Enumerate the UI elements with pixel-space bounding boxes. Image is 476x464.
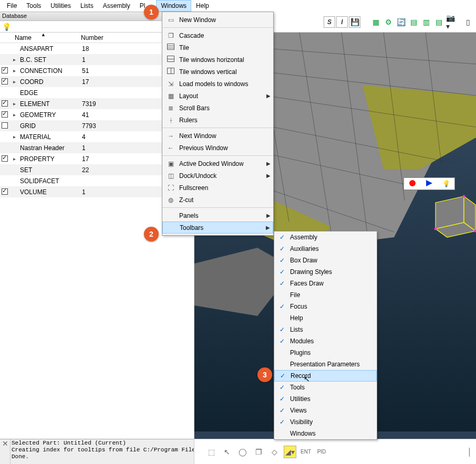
highlight-icon[interactable]: ◢▾ (284, 446, 296, 458)
menu-item-label: Fullscreen (177, 184, 264, 192)
tool-close-icon[interactable]: ▯ (462, 16, 474, 28)
row-name: MATERIAL (19, 133, 80, 141)
menu-item-dock-undock[interactable]: ◫Dock/Undock▶ (162, 170, 273, 182)
expand-icon[interactable]: ▸ (9, 68, 19, 73)
col-name[interactable]: Name▲ (0, 34, 79, 41)
menu-item-new-window[interactable]: ▭New Window (162, 14, 273, 26)
checkbox[interactable] (2, 122, 8, 129)
toolbar-item-label: File (290, 291, 377, 299)
toolbar-item-tools[interactable]: ✓Tools (274, 382, 377, 393)
select-icon[interactable]: ⬚ (205, 446, 218, 458)
load-icon: ⇲ (164, 80, 177, 88)
menu-item-z-cut[interactable]: ◍Z-cut (162, 194, 273, 206)
tool-i-icon[interactable]: I (336, 16, 348, 28)
tile-icon (164, 44, 177, 51)
toolbar-item-utilities[interactable]: ✓Utilities (274, 393, 377, 405)
check-icon: ✓ (274, 395, 290, 403)
expand-icon[interactable]: ▸ (9, 156, 19, 162)
toolbar-item-help[interactable]: Help (274, 312, 377, 324)
mouse-cursor-icon: ↖ (304, 375, 310, 383)
toolbar-item-label: Focus (290, 303, 377, 310)
toolbar-item-label: Windows (290, 430, 377, 437)
menu-item-tile-windows-horizontal[interactable]: Tile windows horizontal (162, 54, 273, 66)
tool-gear-icon[interactable]: ⚙ (382, 16, 394, 28)
tool-grid-icon[interactable]: ▦ (370, 16, 381, 28)
col-number[interactable]: Number (79, 34, 104, 41)
toolbar-item-drawing-styles[interactable]: ✓Drawing Styles (274, 266, 377, 278)
toolbar-item-faces-draw[interactable]: ✓Faces Draw (274, 278, 377, 289)
menu-item-active-docked-window[interactable]: ▣Active Docked Window▶ (162, 157, 273, 170)
lasso-icon[interactable]: ◯ (236, 446, 249, 458)
menu-help[interactable]: Help (191, 0, 214, 12)
orientation-cube[interactable] (426, 186, 476, 244)
toolbar-item-windows[interactable]: Windows (274, 428, 377, 439)
checkbox[interactable] (2, 78, 8, 85)
bulb-icon[interactable]: 💡 (2, 23, 11, 31)
row-name: COORD (19, 78, 80, 86)
record-icon[interactable] (404, 180, 421, 188)
expand-icon[interactable]: ▸ (9, 101, 19, 107)
expand-icon[interactable]: ▸ (9, 134, 19, 140)
menu-item-load-models-to-windows[interactable]: ⇲Load models to windows (162, 78, 273, 90)
menu-windows[interactable]: Windows (156, 0, 191, 12)
menu-utilities[interactable]: Utilities (46, 0, 76, 12)
expand-icon[interactable]: ▸ (9, 112, 19, 118)
tool-s-icon[interactable]: S (324, 16, 335, 28)
row-name: EDGE (19, 89, 80, 97)
menu-item-layout[interactable]: ▦Layout▶ (162, 90, 273, 102)
menu-item-tile[interactable]: Tile (162, 41, 273, 54)
menu-item-previous-window[interactable]: ←Previous Window (162, 142, 273, 154)
menubar: File Tools Utilities Lists Assembly Pl… … (0, 0, 476, 12)
menu-item-fullscreen[interactable]: ⛶Fullscreen (162, 182, 273, 194)
menu-tools[interactable]: Tools (22, 0, 46, 12)
row-number: 41 (80, 111, 89, 119)
pid-toggle[interactable]: PID (315, 446, 328, 458)
menu-assembly[interactable]: Assembly (98, 0, 135, 12)
expand-icon[interactable]: ▸ (9, 57, 19, 62)
toolbar-item-views[interactable]: ✓Views (274, 405, 377, 416)
checkbox[interactable] (2, 155, 8, 162)
toolbar-item-assembly[interactable]: ✓Assembly (274, 231, 377, 243)
menu-item-rulers[interactable]: ⟊Rulers (162, 114, 273, 126)
tool-doc2-icon[interactable]: ▥ (420, 16, 432, 28)
ent-toggle[interactable]: ENT (299, 446, 312, 458)
menu-file[interactable]: File (2, 0, 22, 12)
ruler-icon: ⟊ (164, 117, 177, 124)
tool-refresh-icon[interactable]: 🔄 (395, 16, 407, 28)
menu-item-label: Scroll Bars (177, 104, 264, 112)
checkbox[interactable] (2, 111, 8, 118)
check-icon: ✓ (274, 384, 290, 391)
tool-doc1-icon[interactable]: ▤ (408, 16, 419, 28)
tool-save-icon[interactable]: 💾 (349, 16, 360, 28)
toolbar-item-box-draw[interactable]: ✓Box Draw (274, 255, 377, 266)
toolbar-item-presentation-parameters[interactable]: Presentation Parameters (274, 358, 377, 370)
toolbar-item-record[interactable]: ✓Record (274, 370, 377, 382)
toolbar-item-visibility[interactable]: ✓Visibility (274, 416, 377, 428)
menu-item-tile-windows-vertical[interactable]: Tile windows vertical (162, 66, 273, 78)
toolbar-item-auxiliaries[interactable]: ✓Auxiliaries (274, 243, 377, 255)
tool-doc3-icon[interactable]: ▤ (433, 16, 444, 28)
menu-lists[interactable]: Lists (76, 0, 98, 12)
copy-icon[interactable]: ❐ (252, 446, 265, 458)
toolbar-item-modules[interactable]: ✓Modules (274, 335, 377, 347)
menu-item-panels[interactable]: Panels▶ (162, 209, 273, 222)
menu-item-toolbars[interactable]: Toolbars▶ (162, 222, 273, 234)
menu-item-scroll-bars[interactable]: ≣Scroll Bars (162, 102, 273, 114)
checkbox[interactable] (2, 67, 8, 73)
checkbox[interactable] (2, 100, 8, 107)
cursor-icon[interactable]: ↖ (221, 446, 233, 458)
menu-item-cascade[interactable]: ❐Cascade (162, 29, 273, 41)
toolbar-item-focus[interactable]: ✓Focus (274, 301, 377, 312)
tag-icon[interactable]: ◇ (268, 446, 281, 458)
tool-cam-icon[interactable]: 📷▾ (446, 16, 457, 28)
expand-icon[interactable]: ▸ (9, 79, 19, 85)
checkbox[interactable] (2, 188, 8, 195)
log-close-icon[interactable]: ✕ (0, 439, 11, 464)
toolbars-submenu: ✓Assembly✓Auxiliaries✓Box Draw✓Drawing S… (274, 231, 377, 440)
toolbar-item-file[interactable]: File (274, 289, 377, 301)
toolbar-item-plugins[interactable]: Plugins (274, 347, 377, 358)
menu-item-next-window[interactable]: →Next Window (162, 130, 273, 142)
toolbar-item-lists[interactable]: ✓Lists (274, 324, 377, 335)
row-number: 4 (80, 133, 86, 141)
toolbar-item-label: Faces Draw (290, 280, 377, 287)
